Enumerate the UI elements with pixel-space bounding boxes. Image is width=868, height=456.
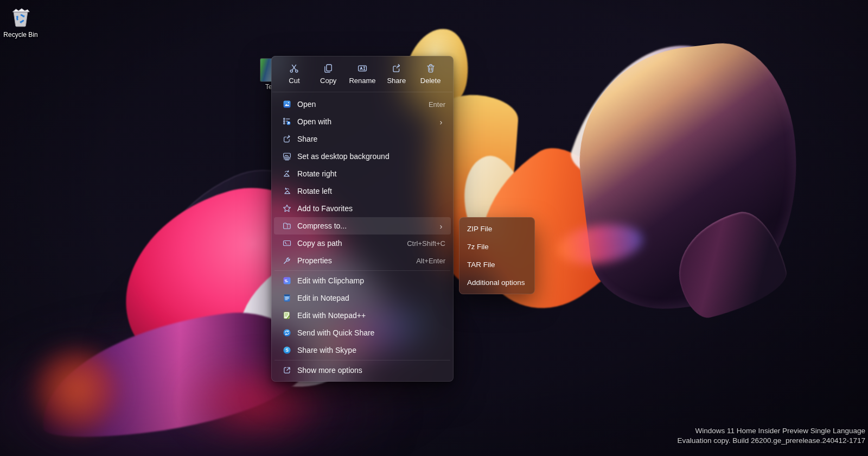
submenu-item-additional-options[interactable]: Additional options: [462, 274, 532, 292]
delete-icon: [425, 63, 436, 74]
menu-item-edit-with-notepad-plus-plus[interactable]: Edit with Notepad++: [274, 307, 451, 324]
share-button[interactable]: Share: [379, 62, 413, 87]
menu-item-send-with-quick-share[interactable]: Send with Quick Share: [274, 324, 451, 341]
notepad-plus-plus-icon: [282, 310, 292, 321]
recycle-bin-label: Recycle Bin: [3, 31, 37, 39]
cut-icon: [289, 63, 299, 74]
menu-item-set-as-desktop-background[interactable]: Set as desktop background: [274, 148, 451, 165]
rotate-right-icon: [282, 168, 292, 179]
show-more-options-icon: [282, 365, 292, 376]
submenu-item-tar-file[interactable]: TAR File: [462, 256, 532, 274]
menu-item-edit-in-notepad[interactable]: Edit in Notepad: [274, 289, 451, 307]
submenu-item-zip-file[interactable]: ZIP File: [462, 220, 532, 238]
copy-button[interactable]: Copy: [311, 62, 346, 87]
quick-share-icon: [282, 327, 292, 338]
notepad-icon: [282, 293, 292, 303]
svg-text:S: S: [285, 347, 289, 353]
menu-item-properties[interactable]: Properties Alt+Enter: [274, 252, 451, 269]
folder-zip-icon: [282, 220, 292, 231]
chevron-right-icon: ›: [437, 117, 445, 126]
skype-icon: S: [282, 345, 292, 356]
clipchamp-icon: [282, 275, 292, 286]
copy-icon: [323, 63, 334, 74]
shortcut-label: Ctrl+Shift+C: [407, 239, 445, 248]
desktop: Recycle Bin Test Cut Copy Rename Share: [0, 0, 868, 456]
windows-evaluation-watermark: Windows 11 Home Insider Preview Single L…: [677, 426, 865, 445]
share-icon: [391, 63, 402, 74]
recycle-bin-icon: [8, 4, 33, 29]
chevron-right-icon: ›: [437, 221, 445, 230]
watermark-line1: Windows 11 Home Insider Preview Single L…: [677, 426, 865, 435]
menu-item-rotate-left[interactable]: Rotate left: [274, 182, 451, 200]
menu-item-open-with[interactable]: Open with ›: [274, 113, 451, 130]
cut-button[interactable]: Cut: [277, 62, 311, 87]
rotate-left-icon: [282, 186, 292, 197]
menu-item-compress-to[interactable]: Compress to... ›: [274, 217, 451, 235]
shortcut-label: Alt+Enter: [416, 257, 445, 265]
delete-button[interactable]: Delete: [413, 62, 448, 87]
menu-item-copy-as-path[interactable]: Copy as path Ctrl+Shift+C: [274, 235, 451, 252]
star-icon: [282, 203, 292, 214]
context-menu-list: Open Enter Open with › Share Set as desk…: [272, 93, 453, 381]
submenu-item-7z-file[interactable]: 7z File: [462, 238, 532, 256]
rename-button[interactable]: Rename: [346, 62, 380, 87]
menu-separator: [275, 270, 450, 271]
menu-item-rotate-right[interactable]: Rotate right: [274, 165, 451, 182]
shortcut-label: Enter: [429, 100, 445, 109]
menu-item-open[interactable]: Open Enter: [274, 96, 451, 113]
menu-item-share[interactable]: Share: [274, 130, 451, 148]
open-with-icon: [282, 116, 292, 127]
context-menu-toolbar: Cut Copy Rename Share Delete: [272, 56, 453, 91]
menu-item-edit-with-clipchamp[interactable]: Edit with Clipchamp: [274, 272, 451, 289]
watermark-line2: Evaluation copy. Build 26200.ge_prerelea…: [677, 436, 865, 445]
compress-to-submenu: ZIP File 7z File TAR File Additional opt…: [459, 217, 535, 294]
wrench-icon: [282, 255, 292, 266]
desktop-icon-recycle-bin[interactable]: Recycle Bin: [3, 4, 38, 39]
photos-app-icon: [282, 99, 292, 110]
context-menu: Cut Copy Rename Share Delete: [271, 56, 454, 382]
rename-icon: [357, 63, 368, 74]
menu-separator: [272, 92, 452, 92]
menu-item-show-more-options[interactable]: Show more options: [274, 362, 451, 379]
copy-as-path-icon: [282, 238, 292, 249]
menu-item-share-with-skype[interactable]: S Share with Skype: [274, 341, 451, 359]
menu-separator: [275, 360, 450, 360]
desktop-background-icon: [282, 151, 292, 162]
menu-item-add-to-favorites[interactable]: Add to Favorites: [274, 200, 451, 217]
share-icon: [282, 134, 292, 144]
